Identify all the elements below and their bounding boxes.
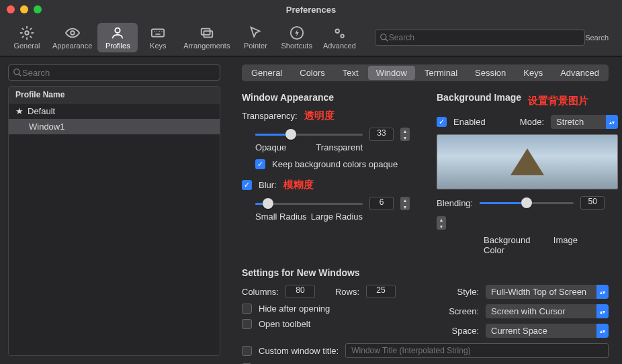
pointer-icon [248,26,263,40]
transparency-slider[interactable] [255,128,363,141]
rows-label: Rows: [335,287,359,297]
toolbar-search[interactable] [375,30,585,46]
gear-icon [19,26,34,40]
profile-row-default[interactable]: ★Default [9,103,220,119]
sidebar-search[interactable] [8,64,220,81]
svg-point-9 [381,34,386,39]
svg-point-8 [341,34,345,38]
toolbar-advanced[interactable]: Advanced [318,23,361,52]
style-select[interactable]: Full-Width Top of Screen▴▾ [486,285,609,299]
hide-checkbox[interactable] [242,304,252,314]
tab-general[interactable]: General [243,66,290,80]
toolbar-general[interactable]: General [7,23,47,52]
keep-bg-checkbox[interactable]: ✓ [255,159,265,169]
windows-icon [199,26,214,40]
blur-checkbox[interactable]: ✓ [242,180,252,190]
tab-text[interactable]: Text [335,66,367,80]
newwin-heading: Settings for New Windows [242,267,609,278]
search-icon [13,68,22,77]
space-select[interactable]: Current Space▴▾ [486,324,609,338]
blur-slider[interactable] [255,197,363,210]
blending-slider[interactable] [480,196,574,210]
columns-label: Columns: [242,287,279,297]
bgimage-heading: Background Image [437,92,521,103]
screen-select[interactable]: Screen with Cursor▴▾ [486,304,609,318]
transparency-stepper[interactable]: ▲▼ [400,128,410,141]
blur-stepper[interactable]: ▲▼ [400,197,410,210]
tab-keys[interactable]: Keys [515,66,551,80]
blending-label: Blending: [437,198,473,208]
star-icon: ★ [15,106,24,116]
toolbar-keys[interactable]: Keys [138,23,178,52]
profile-list: Profile Name ★Default Window1 [8,86,220,356]
gears-icon [332,26,347,40]
toolbar-shortcuts[interactable]: Shortcuts [275,23,317,52]
bolt-icon [290,26,304,40]
bgimage-annotation: 设置背景图片 [528,95,588,107]
bgimage-preview[interactable] [437,134,618,189]
profile-tabs: General Colors Text Window Terminal Sess… [242,64,609,81]
custom-title-input[interactable] [345,343,609,358]
blur-annotation: 模糊度 [283,179,314,191]
toolbar-appearance[interactable]: Appearance [47,23,97,52]
rows-value[interactable]: 25 [366,285,396,298]
profile-row-window1[interactable]: Window1 [9,119,220,134]
toolbar-arrangements[interactable]: Arrangements [178,23,235,52]
mode-label: Mode: [520,117,544,127]
svg-point-1 [71,31,75,35]
search-icon [380,33,389,42]
blending-stepper[interactable]: ▲▼ [437,216,446,230]
blur-value[interactable]: 6 [369,197,394,210]
svg-rect-3 [152,29,164,36]
toolbelt-checkbox[interactable] [242,319,252,329]
svg-point-0 [25,31,29,35]
sidebar-search-input[interactable] [22,68,216,78]
svg-point-7 [336,29,340,33]
appearance-heading: Window Appearance [242,92,410,103]
tab-terminal[interactable]: Terminal [416,66,465,80]
toolbar: General Appearance Profiles Keys Arrange… [0,19,622,56]
mode-select[interactable]: Stretch▴▾ [551,115,618,129]
toolbar-profiles[interactable]: Profiles [97,23,138,52]
keep-bg-label: Keep background colors opaque [272,159,398,169]
keyboard-icon [150,26,165,40]
tab-window[interactable]: Window [368,66,415,80]
custom-title-checkbox[interactable] [242,346,252,356]
profile-header: Profile Name [9,87,220,103]
blending-value[interactable]: 50 [580,196,605,210]
window-title: Preferences [0,5,622,15]
blur-label: Blur: [259,180,277,190]
tab-session[interactable]: Session [467,66,514,80]
toolbar-search-label: Search [585,34,609,42]
toolbar-search-input[interactable] [389,33,580,42]
transparency-annotation: 透明度 [304,109,335,122]
transparency-value[interactable]: 33 [369,128,394,141]
eye-icon [65,26,80,40]
svg-rect-5 [204,31,212,37]
columns-value[interactable]: 80 [285,285,315,298]
svg-point-2 [116,28,120,32]
tab-advanced[interactable]: Advanced [552,66,607,80]
person-icon [110,26,125,40]
transparency-label: Transparency: [242,111,298,121]
bgimage-enabled-label: Enabled [453,117,486,127]
titlebar: Preferences [0,0,622,19]
sidebar: Profile Name ★Default Window1 [0,56,228,364]
toolbar-pointer[interactable]: Pointer [235,23,275,52]
tab-colors[interactable]: Colors [292,66,333,80]
bgimage-enabled-checkbox[interactable]: ✓ [437,117,447,127]
svg-point-10 [14,69,19,75]
content: General Colors Text Window Terminal Sess… [228,56,622,364]
